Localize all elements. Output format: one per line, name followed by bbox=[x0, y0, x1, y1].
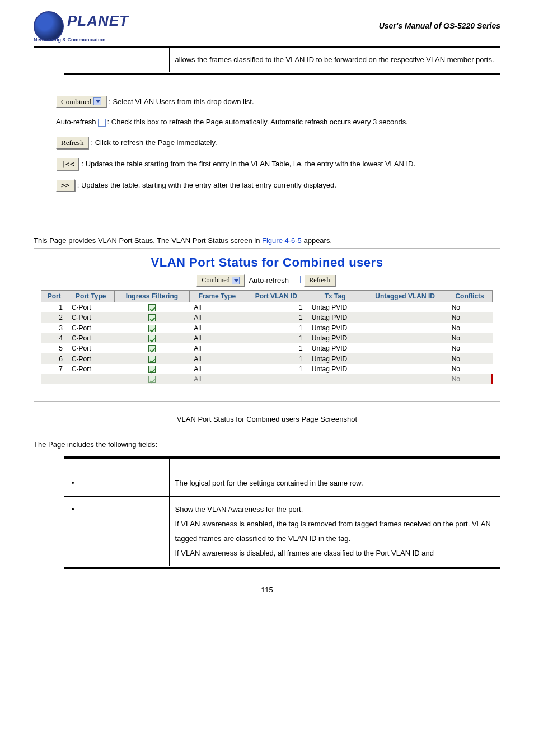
section-intro: This Page provides VLAN Port Staus. The … bbox=[34, 236, 500, 245]
col-port: Port bbox=[41, 290, 67, 302]
col-port-type: Port Type bbox=[67, 290, 115, 302]
figure-caption: VLAN Port Status for Combined users Page… bbox=[34, 415, 500, 423]
next-page-desc: : Updates the table, starting with the e… bbox=[77, 180, 336, 191]
table-row: 5C-PortAll1Untag PVIDNo bbox=[41, 343, 493, 353]
table-row: 3C-PortAll1Untag PVIDNo bbox=[41, 323, 493, 333]
screenshot-title: VLAN Port Status for Combined users bbox=[41, 255, 493, 270]
combined-desc: : Select VLAN Users from this drop down … bbox=[109, 96, 254, 108]
ss-combined-dropdown[interactable]: Combined bbox=[196, 274, 245, 287]
combined-dropdown[interactable]: Combined bbox=[56, 95, 106, 108]
table-row: 1C-PortAll1Untag PVIDNo bbox=[41, 302, 493, 312]
autorefresh-label: Auto-refresh bbox=[56, 116, 96, 128]
check-icon bbox=[148, 314, 156, 321]
check-icon bbox=[148, 335, 156, 342]
param-desc: allows the frames classified to the VLAN… bbox=[169, 48, 500, 72]
chevron-down-icon bbox=[93, 97, 101, 105]
table-row: 4C-PortAll1Untag PVIDNo bbox=[41, 333, 493, 343]
refresh-button-label: Refresh bbox=[61, 137, 83, 148]
table-row: 2C-PortAll1Untag PVIDNo bbox=[41, 312, 493, 323]
fields-lead: The Page includes the following fields: bbox=[34, 440, 500, 449]
manual-title: User's Manual of GS-5220 Series bbox=[379, 11, 500, 30]
ss-refresh-label: Refresh bbox=[309, 276, 330, 284]
field-row: •Show the VLAN Awareness for the port.If… bbox=[64, 497, 500, 566]
figure-link: Figure 4-6-5 bbox=[262, 236, 302, 245]
col-txtag: Tx Tag bbox=[307, 290, 363, 302]
logo-wordmark: PLANET bbox=[67, 12, 129, 30]
table-row: 6C-PortAll1Untag PVIDNo bbox=[41, 353, 493, 363]
page-number: 115 bbox=[34, 586, 500, 594]
col-uvid: Untagged VLAN ID bbox=[363, 290, 447, 302]
refresh-desc: : Click to refresh the Page immediately. bbox=[91, 137, 217, 148]
table-row-partial: AllNo bbox=[41, 374, 493, 384]
fields-table: •The logical port for the settings conta… bbox=[64, 455, 500, 569]
brand-logo: PLANET Networking & Communication bbox=[34, 11, 140, 45]
intro-text-a: This Page provides VLAN Port Staus. The … bbox=[34, 236, 262, 245]
col-pvid: Port VLAN ID bbox=[245, 290, 307, 302]
buttons-section: Combined : Select VLAN Users from this d… bbox=[56, 95, 500, 192]
check-icon bbox=[148, 376, 156, 383]
check-icon bbox=[148, 304, 156, 311]
vlan-port-status-screenshot: VLAN Port Status for Combined users Comb… bbox=[34, 248, 500, 402]
logo-tagline: Networking & Communication bbox=[34, 37, 106, 43]
intro-text-b: appears. bbox=[302, 236, 332, 245]
field-row: •The logical port for the settings conta… bbox=[64, 470, 500, 496]
ss-autorefresh-label: Auto-refresh bbox=[249, 276, 289, 284]
check-icon bbox=[148, 366, 156, 373]
col-conflicts: Conflicts bbox=[447, 290, 493, 302]
param-table-continuation: allows the frames classified to the VLAN… bbox=[64, 48, 500, 75]
table-row: 7C-PortAll1Untag PVIDNo bbox=[41, 364, 493, 374]
vlan-port-status-table: Port Port Type Ingress Filtering Frame T… bbox=[41, 290, 493, 385]
check-icon bbox=[148, 356, 156, 363]
col-frame-type: Frame Type bbox=[189, 290, 245, 302]
ss-combined-label: Combined bbox=[202, 276, 229, 284]
first-page-button[interactable]: |<< bbox=[56, 158, 79, 170]
ss-refresh-button[interactable]: Refresh bbox=[304, 274, 335, 287]
col-ingress: Ingress Filtering bbox=[115, 290, 190, 302]
chevron-down-icon bbox=[232, 277, 240, 284]
check-icon bbox=[148, 325, 156, 332]
autorefresh-checkbox[interactable] bbox=[98, 119, 106, 127]
next-page-label: >> bbox=[61, 180, 70, 191]
caption-text: VLAN Port Status for Combined users Page… bbox=[177, 415, 357, 423]
first-page-desc: : Updates the table starting from the fi… bbox=[81, 158, 415, 170]
refresh-button[interactable]: Refresh bbox=[56, 137, 88, 149]
next-page-button[interactable]: >> bbox=[56, 179, 75, 192]
first-page-label: |<< bbox=[61, 158, 74, 170]
check-icon bbox=[148, 345, 156, 352]
autorefresh-desc: : Check this box to refresh the Page aut… bbox=[107, 116, 408, 128]
ss-autorefresh-checkbox[interactable] bbox=[293, 276, 301, 283]
combined-label: Combined bbox=[61, 96, 91, 108]
